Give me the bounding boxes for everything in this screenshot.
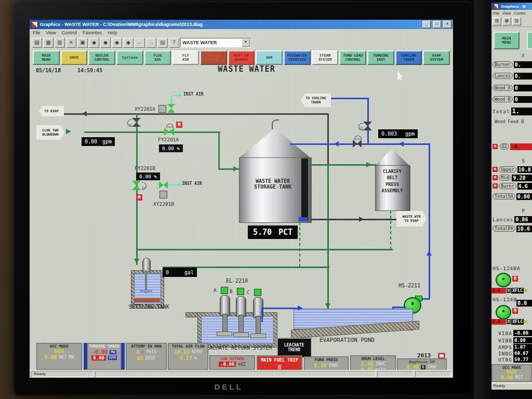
manual-badge[interactable]: M [493,167,498,172]
pipe-corner-v [218,132,220,170]
value: 4.77 [180,355,192,361]
copy-icon[interactable]: ▥ [512,17,521,25]
help-icon[interactable]: ? [169,38,179,48]
nav-main-menu[interactable]: MAIN MENU [33,50,60,65]
copy-icon[interactable]: ▥ [55,38,65,48]
storage-tank-body[interactable] [239,157,312,223]
print-icon[interactable]: ▤ [157,38,168,48]
nav-cooling-tower[interactable]: COOLING TOWER [395,50,422,65]
mid-button[interactable]: Mid [499,175,511,181]
row-wood-a: Wood A0 [491,84,532,91]
diagram-icon[interactable]: ▦ [43,38,54,48]
manual-badge[interactable]: M [493,183,498,189]
menu-file[interactable]: File [493,11,499,16]
manual-badge[interactable]: M [493,175,498,180]
burnr-button[interactable]: Burnr [499,183,516,189]
unit: KPPH [192,350,202,354]
label-xy2201b: XY2201B [153,201,174,207]
menu-help[interactable]: Help [108,30,117,35]
nav-diamond-icon[interactable]: ◆ [123,38,134,48]
tank-level-readout: 5.70PCT [248,225,298,239]
menu-control[interactable]: Control [62,30,77,35]
valve-actuator-dome [354,136,362,140]
readout: 0.00 [513,337,532,343]
o2-button[interactable]: O2 [500,143,509,150]
diagram-select[interactable]: WASTE WATER ▼ [180,38,250,47]
back-icon[interactable]: ← [135,38,145,48]
valve-blue-main[interactable] [353,140,362,148]
unit: PCT [278,228,292,237]
pump-a-status[interactable] [221,287,228,294]
nav-avr[interactable]: AVR [256,50,283,65]
nav-steam-system[interactable]: STEAM SYSTEM [312,50,339,65]
nav-heat-up-burner[interactable]: HEAT UP BURNER [228,50,255,65]
value: 61 [137,355,143,361]
pump-hs1240a[interactable]: * [496,273,511,287]
manual-badge[interactable]: M [176,122,182,128]
nav-partial-button[interactable] [527,32,532,49]
valve-xy2201b[interactable] [159,181,168,189]
nav-main-menu-2[interactable]: MAIN MENU [494,32,520,49]
menu-favorites[interactable]: Favorites [83,30,102,35]
pump-hs1240[interactable]: * [496,305,511,320]
open-icon[interactable]: ▨ [32,38,42,48]
valve-fy2201a[interactable] [164,128,174,136]
menu-view[interactable]: View [502,11,511,16]
leachate-trend-button[interactable]: LEACHATE TREND [277,338,311,357]
status-cell [377,371,414,377]
status-bar: Ready [30,370,453,378]
nav-evap-system[interactable]: EVAP SYSTEM [423,50,450,65]
manual-badge[interactable]: M [512,308,518,314]
menu-control[interactable]: Contro [514,11,526,16]
flow-arrow [82,111,87,116]
lances-button[interactable]: Lances [493,73,513,79]
nav-sncr[interactable]: SNCR [61,50,88,65]
forward-icon[interactable]: → [146,38,156,48]
nav-diamond-icon[interactable]: ◆ [112,38,122,48]
menu-view[interactable]: View [46,30,56,35]
viba-label: VIBA [498,330,512,336]
nav-turbine-inst[interactable]: TURBINE INST [367,50,394,65]
wood-b-button[interactable]: Wood B [493,96,513,102]
nav-diamond-icon[interactable]: ◆ [89,38,99,48]
window-titlebar: Graphics - WASTE WATER - C:\Ovation\MMI\… [30,20,453,29]
nav-reclaim-wood[interactable]: RECLAIM WOOD [200,50,227,65]
nav-turb-load-control[interactable]: TURB LOAD CONTROL [339,50,366,65]
maximize-button[interactable]: □ [433,21,441,28]
nav-fly-ash[interactable]: FLY ASH [172,50,199,65]
pipe-pump-out [392,307,406,308]
totalsa-button[interactable]: TotalSA [493,193,515,200]
wood-a-button[interactable]: Wood A [493,85,513,91]
solenoid-xy2201b[interactable] [159,191,167,198]
row-lances: Lances0. [491,72,532,79]
valve-xy2201a[interactable] [167,104,175,113]
pump-a-body[interactable] [220,295,230,316]
burner-button[interactable]: Burner [493,61,513,68]
nav-flue-gas[interactable]: FLUE GAS [144,50,171,65]
pump-b-status[interactable] [237,288,244,295]
nav-boiler-control[interactable]: BOILER CONTROL [88,50,115,65]
menu-file[interactable]: File [33,30,41,35]
manual-badge[interactable]: M [493,144,498,149]
close-button[interactable]: ✕ [443,21,451,28]
diagram-icon[interactable]: ▦ [502,17,511,25]
open-icon[interactable]: ▨ [493,17,501,25]
chevron-down-icon[interactable]: ▼ [242,38,250,47]
totalpa-button[interactable]: TotalPA [493,225,515,232]
manual-badge[interactable]: M [136,194,142,201]
minimize-button[interactable]: _ [422,21,431,28]
pump-c-status[interactable] [254,289,261,296]
window-icon[interactable]: ▣ [77,38,88,48]
pump-b-body[interactable] [236,296,246,317]
solenoid-xy2201a[interactable] [158,105,166,113]
nav-feedwater-overview[interactable]: FEEDWATER OVERVIEW [284,50,311,65]
value: 0.003 [381,131,397,137]
nav-diamond-icon[interactable]: ◆ [100,38,111,48]
row-burnr: MBurnr4.6 [491,182,532,190]
delete-icon[interactable]: ✕ [66,38,76,48]
upper-button[interactable]: Upper [499,166,516,172]
unit: % [154,174,157,179]
manual-badge[interactable]: M [512,276,518,282]
pump-a-pedestal [217,331,232,336]
nav-cyclone[interactable]: Cyclone [116,50,143,65]
